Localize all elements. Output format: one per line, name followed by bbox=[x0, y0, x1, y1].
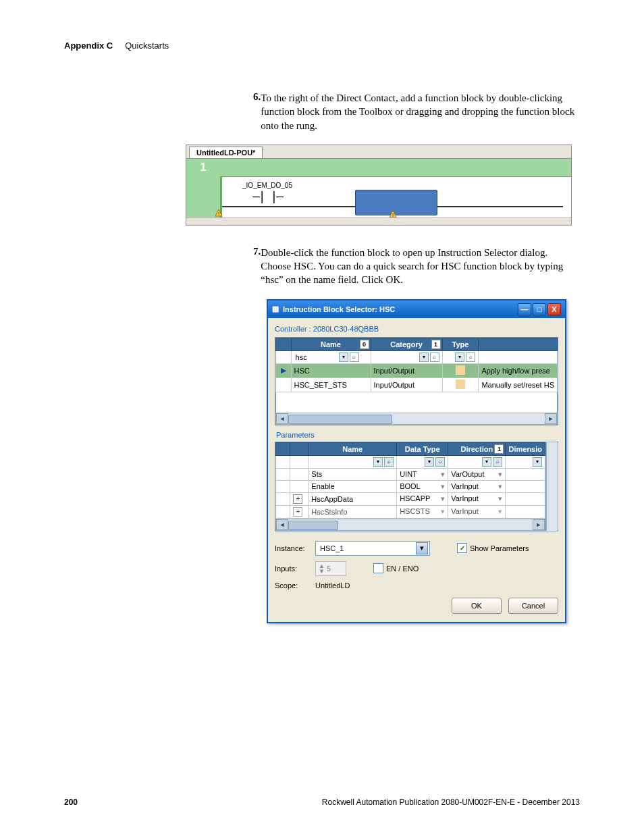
dropdown-icon[interactable]: ▾ bbox=[533, 457, 542, 467]
cell-name: HSC_SET_STS bbox=[291, 377, 371, 392]
minimize-button[interactable]: — bbox=[518, 303, 531, 315]
direct-contact[interactable]: _IO_EM_DO_05 —| |— bbox=[227, 182, 308, 203]
parameters-label: Parameters bbox=[276, 431, 558, 439]
table-row[interactable]: HSC_SET_STS Input/Output Manually set/re… bbox=[276, 377, 558, 392]
show-parameters-label: Show Parameters bbox=[470, 544, 529, 552]
table-row[interactable]: + HscAppData HSCAPP ▾ VarInput ▾ bbox=[276, 492, 545, 505]
filter-icon[interactable]: ⌕ bbox=[466, 353, 475, 362]
rung-header: 1 bbox=[186, 159, 571, 177]
filter-icon[interactable]: ⌕ bbox=[384, 457, 394, 467]
scope-value: UntitledLD bbox=[315, 581, 350, 590]
expand-icon[interactable]: + bbox=[293, 507, 302, 517]
show-parameters-checkbox[interactable]: ✓ bbox=[457, 543, 467, 553]
ladder-editor-figure: UntitledLD-POU* 1 _IO_EM_DO_05 —| |— ! ! bbox=[186, 145, 572, 226]
dialog-title: Instruction Block Selector: HSC bbox=[283, 305, 395, 313]
table-row[interactable]: ▶ HSC Input/Output Apply high/low prese bbox=[276, 363, 558, 377]
table-row[interactable]: Enable BOOL ▾ VarInput ▾ bbox=[276, 480, 545, 492]
instance-label: Instance: bbox=[275, 544, 315, 552]
step-6-number: 6. bbox=[253, 91, 261, 132]
col-desc[interactable] bbox=[479, 338, 558, 350]
sort-indicator-icon: 0 bbox=[360, 340, 369, 349]
dialog-icon: ▦ bbox=[272, 305, 279, 313]
inputs-value: 5 bbox=[327, 565, 331, 573]
instruction-selector-dialog: ▦ Instruction Block Selector: HSC — □ X … bbox=[267, 299, 566, 623]
cell-desc: Apply high/low prese bbox=[479, 363, 558, 377]
step-6-text: To the right of the Direct Contact, add … bbox=[261, 91, 580, 132]
dropdown-icon[interactable]: ▾ bbox=[455, 353, 464, 362]
inputs-label: Inputs: bbox=[275, 565, 315, 573]
instruction-grid[interactable]: Name 0 Category 1 Type bbox=[275, 337, 558, 425]
dropdown-icon[interactable]: ▾ bbox=[425, 457, 434, 467]
step-7-number: 7. bbox=[253, 246, 261, 287]
filter-icon[interactable]: ⌕ bbox=[350, 353, 359, 362]
filter-name-cell[interactable]: ▾ ⌕ bbox=[291, 350, 371, 363]
publication-info: Rockwell Automation Publication 2080-UM0… bbox=[322, 798, 580, 807]
instance-combo[interactable]: HSC_1 ▾ bbox=[315, 541, 430, 556]
horizontal-scrollbar[interactable]: ◄ ► bbox=[275, 519, 545, 531]
cell-type bbox=[442, 377, 479, 392]
filter-icon[interactable]: ⌕ bbox=[493, 457, 502, 467]
close-button[interactable]: X bbox=[547, 303, 561, 315]
header-title: Quickstarts bbox=[125, 41, 169, 51]
scroll-left-icon[interactable]: ◄ bbox=[276, 519, 288, 530]
parameters-grid[interactable]: Name Data Type Direction 1 Dimensio ▾⌕ ▾… bbox=[275, 442, 546, 531]
ok-button[interactable]: OK bbox=[452, 598, 502, 614]
en-eno-label: EN / ENO bbox=[386, 565, 419, 573]
filter-name-input[interactable] bbox=[294, 353, 338, 362]
dialog-titlebar[interactable]: ▦ Instruction Block Selector: HSC — □ X bbox=[268, 301, 565, 318]
table-row[interactable]: Sts UINT ▾ VarOutput ▾ bbox=[276, 468, 545, 480]
table-row[interactable]: + HscStsInfo HSCSTS ▾ VarInput ▾ bbox=[276, 505, 545, 518]
col-datatype[interactable]: Data Type bbox=[397, 442, 448, 455]
instance-value: HSC_1 bbox=[320, 544, 344, 552]
scroll-right-icon[interactable]: ► bbox=[533, 519, 545, 530]
warning-icon: ! bbox=[215, 209, 223, 217]
col-name[interactable]: Name 0 bbox=[291, 338, 371, 350]
col-direction[interactable]: Direction 1 bbox=[448, 442, 506, 455]
cell-type bbox=[442, 363, 479, 377]
scope-label: Scope: bbox=[275, 581, 315, 590]
maximize-button[interactable]: □ bbox=[533, 303, 546, 315]
filter-type-cell[interactable]: ▾ ⌕ bbox=[442, 350, 479, 363]
page-header: Appendix C Quickstarts bbox=[64, 41, 580, 51]
cell-name: HSC bbox=[291, 363, 371, 377]
sort-indicator-icon: 1 bbox=[494, 444, 504, 454]
dropdown-icon[interactable]: ▾ bbox=[482, 457, 491, 467]
inputs-spinner: ▲▼ 5 bbox=[315, 561, 346, 576]
controller-label: Controller : 2080LC30-48QBBB bbox=[275, 325, 558, 333]
step-7-text: Double-click the function block to open … bbox=[261, 246, 580, 287]
step-6: 6. To the right of the Direct Contact, a… bbox=[253, 91, 580, 132]
dropdown-icon[interactable]: ▾ bbox=[339, 353, 348, 362]
ladder-tab[interactable]: UntitledLD-POU* bbox=[189, 147, 263, 158]
ladder-tabbar: UntitledLD-POU* bbox=[186, 145, 571, 159]
col-category[interactable]: Category 1 bbox=[371, 338, 442, 350]
sort-indicator-icon: 1 bbox=[431, 340, 441, 349]
filter-icon[interactable]: ⌕ bbox=[435, 457, 445, 467]
col-type[interactable]: Type bbox=[442, 338, 479, 350]
expand-icon[interactable]: + bbox=[293, 494, 302, 504]
chevron-down-icon[interactable]: ▾ bbox=[416, 542, 428, 554]
contact-symbol-icon: —| |— bbox=[227, 189, 308, 203]
dropdown-icon[interactable]: ▾ bbox=[373, 457, 383, 467]
fb-type-icon bbox=[456, 380, 465, 389]
header-section: Appendix C bbox=[64, 41, 113, 51]
cell-category: Input/Output bbox=[371, 377, 442, 392]
svg-text:!: ! bbox=[218, 211, 219, 217]
scroll-left-icon[interactable]: ◄ bbox=[276, 413, 288, 424]
page-footer: 200 Rockwell Automation Publication 2080… bbox=[64, 798, 580, 807]
vertical-scrollbar[interactable] bbox=[546, 442, 558, 531]
col-dimension[interactable]: Dimensio bbox=[506, 442, 545, 455]
rung-number: 1 bbox=[186, 161, 220, 174]
cell-desc: Manually set/reset HS bbox=[479, 377, 558, 392]
scroll-right-icon[interactable]: ► bbox=[545, 413, 557, 424]
cell-category: Input/Output bbox=[371, 363, 442, 377]
horizontal-scrollbar[interactable]: ◄ ► bbox=[275, 413, 558, 425]
page-number: 200 bbox=[64, 798, 78, 807]
en-eno-checkbox[interactable] bbox=[373, 563, 383, 573]
filter-category-cell[interactable]: ▾ ⌕ bbox=[371, 350, 442, 363]
fb-type-icon bbox=[456, 365, 465, 375]
step-7: 7. Double-click the function block to op… bbox=[253, 246, 580, 287]
cancel-button[interactable]: Cancel bbox=[508, 598, 558, 614]
dropdown-icon[interactable]: ▾ bbox=[419, 353, 429, 362]
filter-icon[interactable]: ⌕ bbox=[430, 353, 439, 362]
col-name[interactable]: Name bbox=[308, 442, 397, 455]
